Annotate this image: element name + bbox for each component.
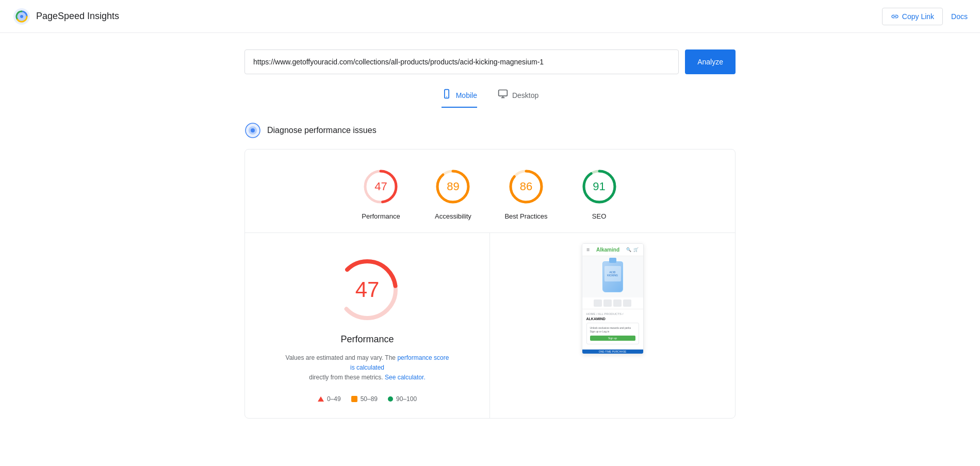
control-dot-4 xyxy=(623,299,631,307)
mobile-icon xyxy=(442,89,452,102)
performance-score-label: Performance xyxy=(362,212,400,220)
legend-good: 90–100 xyxy=(388,395,417,403)
logo-area: PageSpeed Insights xyxy=(12,7,119,26)
good-icon xyxy=(388,396,393,402)
svg-point-10 xyxy=(251,128,255,132)
screenshot-header-icons: 🔍 🛒 xyxy=(626,247,639,252)
best-practices-score-value: 86 xyxy=(520,180,532,193)
screenshot-popup-text: Unlock exclusive rewards and perks Sign … xyxy=(590,326,635,334)
screenshot-hamburger: ☰ xyxy=(586,248,590,252)
big-performance-score-value: 47 xyxy=(355,277,380,302)
seo-circle: 91 xyxy=(579,166,620,207)
header: PageSpeed Insights Copy Link Docs xyxy=(0,0,980,33)
screenshot-popup: Unlock exclusive rewards and perks Sign … xyxy=(586,323,639,344)
desktop-icon xyxy=(498,89,508,102)
screenshot-logo: Alkamind xyxy=(596,247,619,253)
copy-link-label: Copy Link xyxy=(902,12,934,21)
perf-detail-left: 47 Performance Values are estimated and … xyxy=(245,233,490,418)
tab-mobile[interactable]: Mobile xyxy=(442,89,477,108)
score-item-performance: 47 Performance xyxy=(360,166,401,220)
screenshot-cart-icon: 🛒 xyxy=(633,247,639,252)
product-bottle: ACIDKICKING xyxy=(602,261,623,292)
device-tabs: Mobile Desktop xyxy=(244,89,736,108)
screenshot-breadcrumb: HOME / ALL PRODUCTS / xyxy=(586,312,639,315)
screenshot-bottom-bar: ONE-TIME PURCHASE xyxy=(582,350,643,354)
screenshot-mockup: ☰ Alkamind 🔍 🛒 ACIDKICKING xyxy=(582,243,644,354)
screenshot-search-icon: 🔍 xyxy=(626,247,631,252)
score-circles-row: 47 Performance 89 Accessibility xyxy=(245,149,735,233)
accessibility-score-label: Accessibility xyxy=(435,212,471,220)
performance-score-value: 47 xyxy=(374,180,387,193)
copy-link-button[interactable]: Copy Link xyxy=(882,8,943,25)
svg-rect-5 xyxy=(499,90,508,96)
tab-mobile-label: Mobile xyxy=(456,91,477,99)
accessibility-score-value: 89 xyxy=(447,180,459,193)
screenshot-product-title: ALKAMIND xyxy=(586,317,639,321)
diagnose-title: Diagnose performance issues xyxy=(267,126,377,135)
docs-link[interactable]: Docs xyxy=(951,12,968,21)
seo-score-value: 91 xyxy=(593,180,605,193)
screenshot-popup-button: Sign up xyxy=(590,336,635,341)
url-bar: Analyze xyxy=(244,49,736,74)
control-dot-3 xyxy=(613,299,622,307)
url-input[interactable] xyxy=(244,49,679,74)
screenshot-product-image: ACIDKICKING xyxy=(582,256,643,297)
big-performance-circle: 47 xyxy=(331,254,403,326)
screenshot-header: ☰ Alkamind 🔍 🛒 xyxy=(582,244,643,256)
legend-poor: 0–49 xyxy=(318,395,341,403)
analyze-button[interactable]: Analyze xyxy=(685,49,736,74)
perf-detail-right: ☰ Alkamind 🔍 🛒 ACIDKICKING xyxy=(490,233,735,418)
diagnose-icon xyxy=(244,122,261,139)
best-practices-circle: 86 xyxy=(505,166,547,207)
score-legend: 0–49 50–89 90–100 xyxy=(318,395,417,403)
performance-circle: 47 xyxy=(360,166,401,207)
screenshot-controls xyxy=(582,297,643,309)
best-practices-score-label: Best Practices xyxy=(504,212,547,220)
performance-description: Values are estimated and may vary. The p… xyxy=(285,353,450,383)
svg-point-2 xyxy=(20,15,23,18)
legend-needs-improvement: 50–89 xyxy=(351,395,378,403)
performance-detail: 47 Performance Values are estimated and … xyxy=(245,233,735,418)
needs-improvement-icon xyxy=(351,396,357,402)
main-content: Analyze Mobile Desktop Diagnose performa… xyxy=(232,33,748,435)
app-name: PageSpeed Insights xyxy=(36,11,119,22)
copy-link-icon xyxy=(891,12,899,21)
score-item-best-practices: 86 Best Practices xyxy=(504,166,547,220)
control-dot-2 xyxy=(603,299,612,307)
accessibility-circle: 89 xyxy=(432,166,473,207)
tab-desktop-label: Desktop xyxy=(512,91,538,99)
score-item-seo: 91 SEO xyxy=(579,166,620,220)
poor-icon xyxy=(318,396,324,402)
see-calculator-link[interactable]: See calculator. xyxy=(385,374,426,381)
score-card: 47 Performance 89 Accessibility xyxy=(244,149,736,419)
control-dot-1 xyxy=(594,299,602,307)
seo-score-label: SEO xyxy=(592,212,606,220)
screenshot-text-area: HOME / ALL PRODUCTS / ALKAMIND Unlock ex… xyxy=(582,309,643,350)
tab-desktop[interactable]: Desktop xyxy=(498,89,538,108)
pagespeed-logo-icon xyxy=(12,7,31,26)
diagnose-header: Diagnose performance issues xyxy=(244,122,736,139)
header-actions: Copy Link Docs xyxy=(882,8,968,25)
svg-point-4 xyxy=(446,96,447,97)
score-item-accessibility: 89 Accessibility xyxy=(432,166,473,220)
